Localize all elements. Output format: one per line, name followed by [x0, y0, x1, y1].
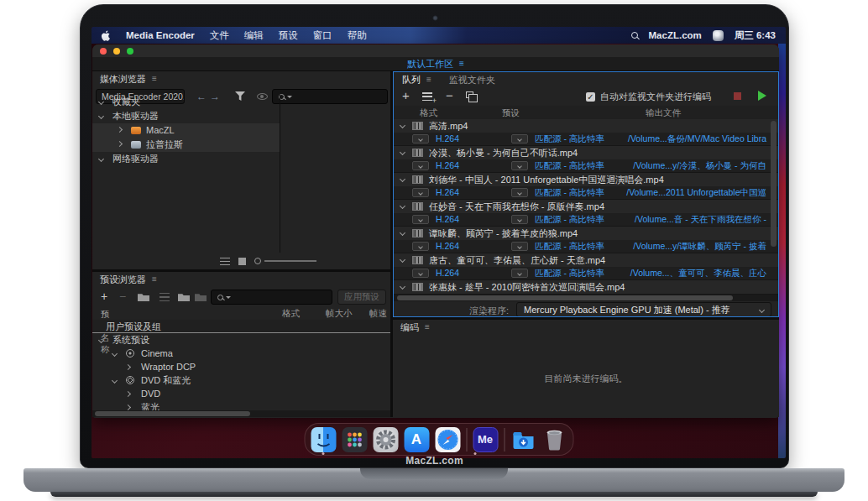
queue-output-row[interactable]: H.264 匹配源 - 高比特率 /Volume...2011 Unforget…	[394, 186, 778, 199]
format-dropdown[interactable]	[412, 242, 429, 251]
output-path-link[interactable]: /Volume...备份/MV/Mac Video Libra	[628, 133, 766, 145]
queue-output-row[interactable]: H.264 匹配源 - 高比特率 /Volume...音 - 天在下雨我在想你 …	[394, 213, 778, 226]
launchpad-icon[interactable]	[342, 427, 367, 452]
export-preset-icon[interactable]	[195, 293, 207, 301]
hscroll-thumb[interactable]	[397, 295, 733, 300]
add-source-icon[interactable]: +	[402, 89, 410, 102]
format-dropdown[interactable]	[412, 161, 429, 170]
menu-edit[interactable]: 编辑	[244, 29, 264, 42]
format-link[interactable]: H.264	[436, 267, 459, 279]
output-path-link[interactable]: /Volume...y/谭咏麟、顾芮宁 - 披着	[633, 240, 766, 253]
preset-dropdown[interactable]	[511, 215, 528, 224]
tree-item-favorites[interactable]: 收藏夹	[92, 95, 280, 109]
preset-dropdown[interactable]	[511, 161, 528, 170]
renderer-select[interactable]: Mercury Playback Engine GPU 加速 (Metal) -…	[516, 302, 771, 317]
tab-watch-folders[interactable]: 监视文件夹	[449, 74, 495, 86]
workspace-tab-default[interactable]: 默认工作区	[407, 58, 453, 70]
system-settings-icon[interactable]	[373, 427, 398, 452]
preset-row-user-presets[interactable]: 用户预设及组	[92, 320, 390, 333]
duplicate-icon[interactable]	[466, 91, 473, 98]
zoom-slider-track[interactable]	[264, 260, 316, 261]
queue-source-row[interactable]: 任妙音 - 天在下雨我在想你 - 原版伴奏.mp4	[394, 200, 778, 213]
queue-output-row[interactable]: H.264 匹配源 - 高比特率 /Volume...备份/MV/Mac Vid…	[394, 133, 778, 145]
format-dropdown[interactable]	[412, 134, 429, 144]
queue-source-row[interactable]: 谭咏麟、顾芮宁 - 披着羊皮的狼.mp4	[394, 227, 778, 240]
zoom-button[interactable]	[127, 48, 133, 55]
import-preset-icon[interactable]	[178, 293, 190, 301]
window-titlebar[interactable]	[92, 44, 779, 57]
column-preset-name[interactable]: 预设名称 ↑	[101, 308, 105, 318]
safari-icon[interactable]	[435, 427, 460, 452]
menu-clock[interactable]: 周三 6:43	[735, 29, 776, 42]
menu-help[interactable]: 帮助	[348, 29, 367, 42]
checkbox-checked-icon[interactable]: ✓	[586, 92, 595, 102]
chevron-down-icon[interactable]	[400, 257, 405, 263]
queue-output-row[interactable]: H.264 匹配源 - 高比特率 /Volume...y/谭咏麟、顾芮宁 - 披…	[394, 240, 778, 253]
tree-item-maczl-drive[interactable]: MacZL	[92, 123, 280, 138]
format-link[interactable]: H.264	[436, 133, 459, 145]
preset-dropdown[interactable]	[511, 242, 528, 251]
media-search-input[interactable]	[272, 89, 388, 104]
apple-logo-icon[interactable]	[102, 30, 111, 41]
preset-row-cinema[interactable]: Cinema	[92, 347, 390, 360]
chevron-right-icon[interactable]	[117, 127, 123, 133]
chevron-down-icon[interactable]	[98, 113, 104, 119]
queue-vscrollbar[interactable]	[771, 121, 776, 247]
panel-menu-icon[interactable]: ≡	[152, 75, 157, 83]
format-dropdown[interactable]	[412, 188, 429, 197]
chevron-right-icon[interactable]	[125, 404, 131, 410]
format-link[interactable]: H.264	[436, 213, 459, 226]
tree-item-laplace-drive[interactable]: 拉普拉斯	[92, 138, 280, 152]
new-group-folder-icon[interactable]	[138, 293, 149, 301]
chevron-down-icon[interactable]	[98, 337, 104, 342]
remove-preset-icon[interactable]: −	[119, 290, 126, 302]
tree-item-network-drives[interactable]: 网络驱动器	[92, 152, 280, 166]
panel-menu-icon[interactable]: ≡	[425, 323, 430, 331]
thumbnail-view-icon[interactable]	[238, 258, 246, 265]
start-queue-button[interactable]	[758, 91, 766, 101]
hscroll-thumb[interactable]	[95, 411, 250, 416]
chevron-down-icon[interactable]	[400, 149, 405, 155]
chevron-down-icon[interactable]	[98, 156, 104, 162]
list-view-icon[interactable]	[220, 258, 230, 265]
add-output-icon[interactable]	[422, 92, 432, 101]
chevron-down-icon[interactable]	[400, 230, 405, 236]
chevron-right-icon[interactable]	[125, 363, 131, 369]
format-link[interactable]: H.264	[436, 240, 459, 253]
media-encoder-dock-icon[interactable]: Me	[473, 427, 498, 452]
stop-queue-button[interactable]	[734, 92, 741, 100]
zoom-slider-knob[interactable]	[254, 258, 261, 264]
downloads-folder-icon[interactable]	[510, 427, 536, 452]
format-dropdown[interactable]	[412, 215, 429, 224]
queue-source-row[interactable]: 张惠妹 - 趁早 - 2010阿密特首次巡回演唱会.mp4	[394, 280, 778, 294]
menubar-status-icon[interactable]	[713, 30, 724, 41]
remove-icon[interactable]: −	[446, 89, 453, 102]
menu-preset[interactable]: 预设	[279, 29, 298, 42]
preset-search-input[interactable]	[211, 290, 332, 305]
queue-source-row[interactable]: 高清.mp4	[394, 119, 778, 133]
output-path-link[interactable]: /Volume...2011 Unforgettable中国巡	[626, 186, 766, 199]
format-link[interactable]: H.264	[436, 186, 459, 199]
tree-item-local-drives[interactable]: 本地驱动器	[92, 109, 280, 123]
preset-link[interactable]: 匹配源 - 高比特率	[535, 186, 604, 199]
preset-link[interactable]: 匹配源 - 高比特率	[535, 240, 604, 253]
queue-hscrollbar[interactable]	[394, 295, 778, 301]
output-path-link[interactable]: /Volume...y/冷漠、杨小曼 - 为何自	[633, 159, 766, 172]
queue-output-row[interactable]: H.264 匹配源 - 高比特率 /Volume...y/冷漠、杨小曼 - 为何…	[394, 159, 778, 172]
preset-row-dvd[interactable]: DVD	[92, 387, 390, 400]
output-path-link[interactable]: /Volume...、童可可、李佑晨、庄心	[630, 267, 766, 279]
preset-dropdown[interactable]	[511, 269, 528, 278]
tab-queue[interactable]: 队列	[402, 74, 421, 86]
chevron-down-icon[interactable]	[400, 284, 405, 290]
chevron-down-icon[interactable]	[400, 176, 405, 182]
preset-dropdown[interactable]	[511, 134, 528, 144]
preset-link[interactable]: 匹配源 - 高比特率	[535, 159, 604, 172]
chevron-right-icon[interactable]	[117, 141, 123, 147]
add-preset-icon[interactable]: +	[101, 290, 107, 302]
workspace-menu-icon[interactable]: ≡	[459, 60, 464, 68]
app-store-icon[interactable]: A	[404, 427, 429, 452]
queue-output-row[interactable]: H.264 匹配源 - 高比特率 /Volume...、童可可、李佑晨、庄心	[394, 267, 778, 279]
queue-source-row[interactable]: 刘德华 - 中国人 - 2011 Unforgettable中国巡迴演唱会.mp…	[394, 173, 778, 186]
preset-settings-icon[interactable]	[159, 293, 170, 301]
trash-icon[interactable]	[541, 427, 567, 452]
